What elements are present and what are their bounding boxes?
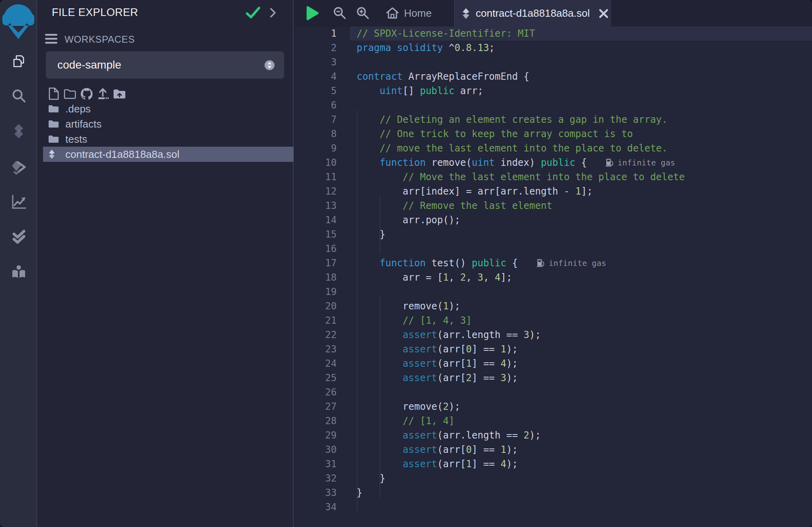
line-number: 16 bbox=[294, 242, 337, 256]
tab-home[interactable]: Home bbox=[379, 0, 438, 26]
code-line[interactable]: assert(arr[1] == 4); bbox=[357, 356, 812, 371]
zoom-in-icon[interactable] bbox=[356, 6, 370, 21]
sidebar-item-deploy-and-run[interactable] bbox=[0, 158, 37, 176]
folder-name: tests bbox=[65, 133, 87, 146]
code-line[interactable]: // [1, 4] bbox=[357, 414, 812, 428]
chart-icon bbox=[11, 194, 27, 210]
upload-file-icon[interactable] bbox=[96, 87, 109, 100]
double-check-icon bbox=[11, 229, 27, 245]
workspace-select-arrows-icon[interactable] bbox=[264, 60, 275, 71]
code-line[interactable]: contract ArrayReplaceFromEnd { bbox=[357, 69, 812, 84]
code-line[interactable] bbox=[357, 285, 812, 299]
code-line[interactable]: pragma solidity ^0.8.13; bbox=[357, 41, 812, 55]
code-line[interactable]: // move the last element into the place … bbox=[357, 141, 812, 155]
folder-row[interactable]: tests bbox=[38, 132, 294, 147]
new-folder-icon[interactable] bbox=[64, 87, 76, 100]
code-line[interactable] bbox=[357, 98, 812, 112]
folder-name: .deps bbox=[65, 103, 91, 115]
sidebar-item-unit-testing[interactable] bbox=[0, 228, 37, 246]
code-line[interactable]: assert(arr[1] == 4); bbox=[357, 457, 812, 471]
code-line[interactable]: arr = [1, 2, 3, 4]; bbox=[357, 270, 812, 285]
github-icon[interactable] bbox=[80, 87, 93, 100]
code-line[interactable]: uint[] public arr; bbox=[357, 84, 812, 98]
sidebar-item-static-analysis[interactable] bbox=[0, 193, 37, 210]
code-line[interactable]: remove(1); bbox=[357, 299, 812, 313]
run-script-button[interactable] bbox=[306, 6, 319, 21]
remix-logo-icon[interactable] bbox=[2, 3, 34, 41]
line-number: 1 bbox=[294, 26, 337, 41]
gas-estimate-label: infinite gas bbox=[618, 155, 675, 170]
line-number: 7 bbox=[294, 112, 337, 127]
sidebar-item-learneth[interactable] bbox=[0, 264, 37, 281]
check-icon bbox=[245, 6, 261, 19]
workspace-select[interactable]: code-sample bbox=[46, 51, 284, 79]
line-number: 5 bbox=[294, 84, 337, 98]
new-file-icon[interactable] bbox=[47, 87, 60, 100]
code-line[interactable]: arr[index] = arr[arr.length - 1]; bbox=[357, 184, 812, 199]
code-line[interactable]: assert(arr[0] == 1); bbox=[357, 342, 812, 356]
line-number: 8 bbox=[294, 127, 337, 141]
line-number: 17 bbox=[294, 256, 337, 270]
file-toolbar bbox=[47, 87, 126, 100]
chevron-right-icon[interactable] bbox=[269, 7, 277, 18]
folder-icon bbox=[48, 104, 59, 113]
workspaces-menu-icon[interactable] bbox=[45, 33, 58, 45]
code-line[interactable]: remove(2); bbox=[357, 399, 812, 414]
folder-row[interactable]: .deps bbox=[38, 101, 294, 116]
code-line[interactable]: assert(arr[0] == 1); bbox=[357, 442, 812, 457]
folder-row[interactable]: artifacts bbox=[38, 116, 294, 132]
code-line[interactable]: // Move the last element into the place … bbox=[357, 170, 812, 184]
line-number: 2 bbox=[294, 41, 337, 55]
code-line[interactable]: arr.pop(); bbox=[357, 213, 812, 227]
code-line[interactable]: } bbox=[357, 227, 812, 242]
code-line[interactable]: assert(arr.length == 2); bbox=[357, 428, 812, 442]
workspace-selected-value: code-sample bbox=[57, 59, 121, 71]
upload-folder-icon[interactable] bbox=[113, 87, 126, 100]
line-number: 15 bbox=[294, 227, 337, 242]
code-line[interactable]: function remove(uint index) public { bbox=[357, 155, 812, 170]
code-line[interactable]: // Deleting an element creates a gap in … bbox=[357, 112, 812, 127]
code-line[interactable]: // Remove the last element bbox=[357, 199, 812, 213]
workspaces-label: WORKSPACES bbox=[65, 34, 135, 45]
line-number: 9 bbox=[294, 141, 337, 155]
code-line[interactable]: // One trick to keep the array compact i… bbox=[357, 127, 812, 141]
file-row[interactable]: contract-d1a8818a8a.sol bbox=[38, 147, 294, 162]
tab-strip: Home contract-d1a8818a8a.sol bbox=[294, 0, 812, 26]
sidebar-item-solidity-compiler[interactable] bbox=[0, 122, 37, 140]
code-line[interactable] bbox=[357, 385, 812, 399]
line-number: 18 bbox=[294, 270, 337, 285]
code-line[interactable]: // [1, 4, 3] bbox=[357, 313, 812, 328]
code-line[interactable]: } bbox=[357, 471, 812, 486]
sidebar-item-file-explorer[interactable] bbox=[0, 54, 37, 71]
code-line[interactable]: assert(arr[2] == 3); bbox=[357, 371, 812, 385]
code-editor[interactable]: 1234567891011121314151617181920212223242… bbox=[294, 26, 812, 527]
line-number: 30 bbox=[294, 442, 337, 457]
file-list: .depsartifactstestscontract-d1a8818a8a.s… bbox=[38, 101, 294, 162]
code-line[interactable] bbox=[357, 242, 812, 256]
tab-contract-file[interactable]: contract-d1a8818a8a.sol bbox=[454, 0, 611, 27]
line-number: 33 bbox=[294, 486, 337, 500]
line-number: 31 bbox=[294, 457, 337, 471]
folder-icon bbox=[48, 135, 59, 144]
code-line[interactable] bbox=[357, 55, 812, 69]
zoom-out-icon[interactable] bbox=[333, 6, 347, 21]
code-line[interactable]: } bbox=[357, 486, 812, 500]
line-number: 24 bbox=[294, 356, 337, 371]
line-number: 26 bbox=[294, 385, 337, 399]
solidity-file-icon bbox=[462, 8, 470, 19]
line-number: 20 bbox=[294, 299, 337, 313]
solidity-compiler-icon bbox=[11, 123, 27, 139]
line-number: 11 bbox=[294, 170, 337, 184]
line-number: 22 bbox=[294, 328, 337, 342]
line-number: 6 bbox=[294, 98, 337, 112]
line-number: 13 bbox=[294, 199, 337, 213]
close-icon[interactable] bbox=[598, 8, 609, 19]
code-line[interactable] bbox=[357, 500, 812, 514]
line-number: 21 bbox=[294, 313, 337, 328]
remix-ide-window: FILE EXPLORER WORKSPACES code-sample bbox=[0, 0, 812, 527]
gas-pump-icon bbox=[605, 158, 614, 167]
code-line[interactable]: assert(arr.length == 3); bbox=[357, 328, 812, 342]
editor-region: Home contract-d1a8818a8a.sol bbox=[294, 0, 812, 527]
code-line[interactable]: // SPDX-License-Identifier: MIT bbox=[357, 26, 812, 41]
sidebar-item-search[interactable] bbox=[0, 88, 37, 105]
